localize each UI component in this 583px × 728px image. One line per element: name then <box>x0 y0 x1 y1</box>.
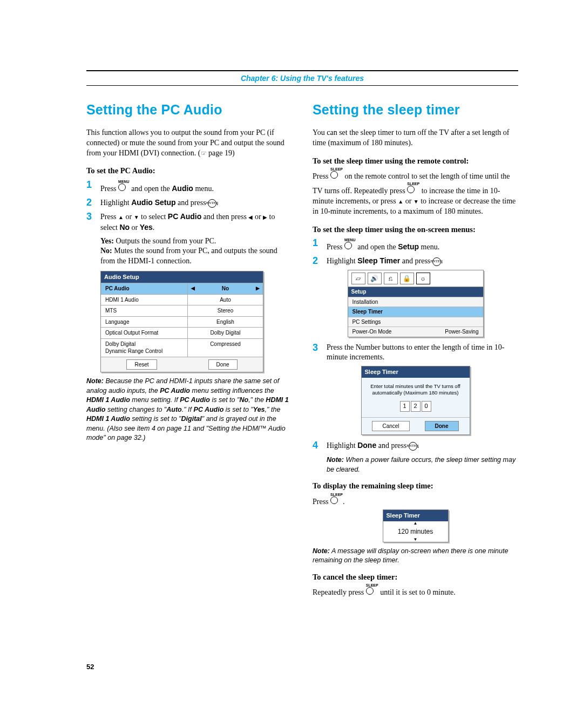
left-triangle-icon: ◀ <box>191 285 195 291</box>
lock-icon: 🔒 <box>400 273 414 284</box>
step-1: 1 Press MENU and open the Audio menu. <box>86 180 292 194</box>
section-heading-sleep-timer: Setting the sleep timer <box>313 101 518 119</box>
step-3: 3 Press the Number buttons to enter the … <box>313 343 518 363</box>
steps-pc-audio: 1 Press MENU and open the Audio menu. 2 … <box>86 180 292 233</box>
up-triangle-icon: ▲ <box>398 199 403 205</box>
applications-icon: ⎌ <box>384 273 398 284</box>
osd-row: Dolby Digital Dynamic Range ControlCompr… <box>101 338 263 357</box>
osd-icon-row: ▱ 🔊 ⎌ 🔒 ☼ <box>348 270 483 287</box>
down-triangle-icon: ▼ <box>134 214 139 220</box>
menu-button-icon: MENU <box>344 238 356 253</box>
osd-row-sleep-timer: Sleep Timer <box>348 307 483 317</box>
step-number: 2 <box>313 256 327 267</box>
page-number: 52 <box>86 663 518 671</box>
intro-sleep: You can set the sleep timer to turn off … <box>313 128 518 148</box>
steps-sleep-4: 4 Highlight Done and press ENTER. <box>313 440 518 451</box>
sleep-button-icon: SLEEP <box>330 167 343 182</box>
osd-reset-button: Reset <box>126 359 157 370</box>
subhead-set-pc-audio: To set the PC Audio: <box>86 166 292 176</box>
enter-button-icon: ENTER <box>409 442 417 451</box>
step-4: 4 Highlight Done and press ENTER. <box>313 440 518 451</box>
page: Chapter 6: Using the TV's features Setti… <box>0 0 583 692</box>
display-remaining-line: Press SLEEP. <box>313 493 518 507</box>
chapter-bar: Chapter 6: Using the TV's features <box>86 70 518 86</box>
sleep-button-icon: SLEEP <box>407 182 419 196</box>
right-column: Setting the sleep timer You can set the … <box>313 101 518 598</box>
osd-row: Optical Output FormatDolby Digital <box>101 327 263 338</box>
note-power-failure: Note: When a power failure occurs, the s… <box>327 455 518 474</box>
osd-row: LanguageEnglish <box>101 316 263 328</box>
subhead-sleep-remote: To set the sleep timer using the remote … <box>313 156 518 167</box>
osd-sleep-buttons: Cancel Done <box>362 417 470 435</box>
osd-setup-menu: ▱ 🔊 ⎌ 🔒 ☼ Setup Installation Sleep Timer… <box>348 270 484 337</box>
step-number: 1 <box>313 238 327 249</box>
step-1: 1 Press MENU and open the Setup menu. <box>313 238 518 253</box>
osd-row: Installation <box>348 297 483 307</box>
down-triangle-icon: ▼ <box>383 538 448 542</box>
step-number: 1 <box>86 180 100 190</box>
step-number: 3 <box>313 343 327 353</box>
step-2: 2 Highlight Audio Setup and press ENTER. <box>86 198 292 208</box>
osd-sleep-mini: Sleep Timer ▲ 120 minutes ▼ <box>383 509 449 542</box>
osd-row: PC Settings <box>348 317 483 327</box>
osd-audio-setup: Audio Setup PC Audio ◀ No ▶ HDMI 1 Audio… <box>100 271 263 372</box>
hand-pointer-icon: ☞ <box>201 149 207 157</box>
setup-icon: ☼ <box>416 273 430 284</box>
step-number: 3 <box>86 212 100 222</box>
step-3: 3 Press ▲ or ▼ to select PC Audio and th… <box>86 212 292 233</box>
picture-icon: ▱ <box>351 273 365 284</box>
enter-button-icon: ENTER <box>208 199 216 208</box>
down-triangle-icon: ▼ <box>413 199 419 205</box>
menu-button-icon: MENU <box>118 180 130 194</box>
osd-done-button: Done <box>208 359 238 370</box>
osd-done-button: Done <box>425 421 459 432</box>
left-column: Setting the PC Audio This function allow… <box>86 101 292 598</box>
osd-title: Audio Setup <box>101 271 263 283</box>
right-triangle-icon: ▶ <box>263 214 267 220</box>
step-number: 2 <box>86 198 100 208</box>
chapter-title: Chapter 6: Using the TV's features <box>241 74 364 83</box>
note-one-minute: Note: A message will display on-screen w… <box>313 547 518 566</box>
up-triangle-icon: ▲ <box>383 521 448 526</box>
up-triangle-icon: ▲ <box>118 214 124 220</box>
right-triangle-icon: ▶ <box>256 285 260 291</box>
two-column-layout: Setting the PC Audio This function allow… <box>86 101 518 598</box>
cancel-sleep-line: Repeatedly press SLEEP until it is set t… <box>313 583 518 598</box>
note-pc-audio: Note: Because the PC and HDMI-1 inputs s… <box>86 377 292 443</box>
sleep-digits: 1 2 0 <box>399 401 432 412</box>
osd-sleep-dialog: Sleep Timer Enter total minutes until th… <box>361 366 470 435</box>
osd-row: HDMI 1 AudioAuto <box>101 294 263 305</box>
section-heading-pc-audio: Setting the PC Audio <box>86 101 292 119</box>
step-2: 2 Highlight Sleep Timer and press ENTER. <box>313 256 518 267</box>
subhead-display-remaining: To display the remaining sleep time: <box>313 481 518 492</box>
sleep-remote-para: Press SLEEP on the remote control to set… <box>313 167 518 217</box>
yes-no-description: Yes: Outputs the sound from your PC. No:… <box>100 236 292 267</box>
steps-sleep-cont: 3 Press the Number buttons to enter the … <box>313 343 518 363</box>
sleep-button-icon: SLEEP <box>366 583 378 598</box>
audio-icon: 🔊 <box>368 273 382 284</box>
osd-setup-title: Setup <box>348 287 483 297</box>
osd-row: Power-On ModePower-Saving <box>348 326 483 337</box>
sleep-button-icon: SLEEP <box>330 493 343 507</box>
osd-row: MTSStereo <box>101 305 263 316</box>
subhead-sleep-osd: To set the sleep timer using the on-scre… <box>313 224 518 235</box>
osd-footer: Reset Done <box>101 357 263 372</box>
step-number: 4 <box>313 440 327 451</box>
osd-row-pc-audio: PC Audio ◀ No ▶ <box>101 283 263 294</box>
steps-sleep: 1 Press MENU and open the Setup menu. 2 … <box>313 238 518 267</box>
osd-cancel-button: Cancel <box>372 421 409 432</box>
enter-button-icon: ENTER <box>432 257 441 266</box>
subhead-cancel-sleep: To cancel the sleep timer: <box>313 572 518 583</box>
intro-paragraph: This function allows you to output the s… <box>86 128 292 159</box>
